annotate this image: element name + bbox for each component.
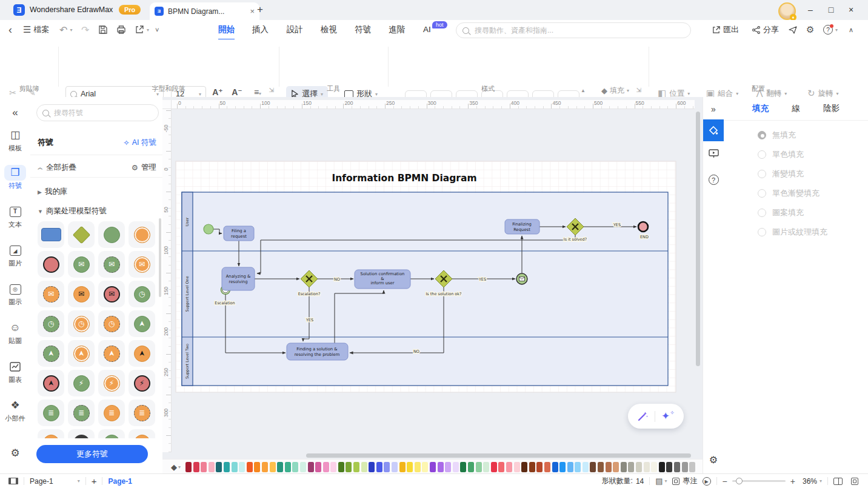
fit-screen-icon[interactable] — [851, 478, 858, 485]
zoom-out-button[interactable]: − — [723, 476, 727, 486]
palette-swatch[interactable] — [666, 462, 672, 472]
message-event[interactable] — [516, 273, 527, 284]
save-button[interactable] — [98, 20, 108, 39]
my-library-section[interactable]: ▶我的庫 — [38, 187, 156, 197]
zoom-knob[interactable] — [736, 478, 743, 484]
diagram-title[interactable]: Information BPMN Diagram — [332, 173, 476, 184]
symbol-thumb-message-noninterrupting[interactable]: ✉ — [38, 281, 64, 307]
palette-swatch[interactable] — [232, 462, 238, 472]
palette-swatch[interactable] — [506, 462, 512, 472]
palette-swatch[interactable] — [216, 462, 222, 472]
panel-settings-button[interactable]: ⚙ — [703, 454, 724, 466]
palette-swatch[interactable] — [468, 462, 474, 472]
symbol-search-input[interactable] — [53, 108, 153, 118]
end-event[interactable] — [638, 222, 648, 232]
symbol-thumb-timer-start[interactable]: ◷ — [129, 281, 155, 307]
option-pattern-fill[interactable]: 圖案填充 — [758, 207, 804, 218]
symbol-thumb-start-event[interactable] — [98, 221, 125, 248]
palette-swatch[interactable] — [491, 462, 497, 472]
maximize-button[interactable]: □ — [825, 5, 837, 15]
ribbon-tab-design[interactable]: 設計 — [287, 20, 303, 39]
palette-swatch[interactable] — [682, 462, 688, 472]
presentation-panel-button[interactable] — [703, 149, 724, 160]
palette-swatch[interactable] — [651, 462, 657, 472]
palette-swatch[interactable] — [330, 462, 336, 472]
lane-support-one[interactable]: Support Level One — [185, 276, 190, 312]
palette-swatch[interactable] — [193, 462, 199, 472]
palette-swatch[interactable] — [369, 462, 375, 472]
palette-swatch[interactable] — [628, 462, 634, 472]
task-filing-request[interactable]: Filing a request — [224, 226, 254, 241]
palette-swatch[interactable] — [285, 462, 291, 472]
layers-icon[interactable]: ▤ — [655, 476, 663, 486]
symbol-thumb-message-start[interactable]: ✉ — [68, 251, 95, 278]
palette-swatch[interactable] — [361, 462, 367, 472]
palette-swatch[interactable] — [270, 462, 276, 472]
search-input[interactable] — [473, 25, 684, 35]
palette-swatch[interactable] — [552, 462, 558, 472]
symbol-thumb-timer-noninterrupting[interactable]: ◷ — [38, 310, 64, 337]
palette-swatch[interactable] — [392, 462, 398, 472]
manage-button[interactable]: ⚙管理 — [132, 162, 156, 173]
horizontal-scrollbar[interactable] — [172, 453, 695, 458]
symbol-thumb-task[interactable] — [38, 221, 64, 248]
more-tools-button[interactable]: ˅ — [155, 20, 159, 39]
export-button[interactable]: 匯出 — [712, 20, 739, 39]
zoom-slider[interactable] — [732, 480, 786, 482]
help-button[interactable]: ? ▾ — [823, 20, 838, 39]
symbol-thumb-escalation-intermediate[interactable]: ➤ — [68, 340, 95, 367]
page-selector[interactable]: Page-1▾ — [30, 477, 80, 486]
page-tab-active[interactable]: Page-1 — [108, 477, 132, 486]
send-button[interactable] — [788, 20, 798, 39]
symbol-thumb-escalation-noninterrupting[interactable]: ➤ — [38, 340, 64, 367]
sidebar-item-templates[interactable]: ◫模板 — [2, 127, 28, 153]
palette-swatch[interactable] — [483, 462, 489, 472]
option-mono-gradient-fill[interactable]: 單色漸變填充 — [758, 188, 820, 199]
palette-swatch[interactable] — [514, 462, 520, 472]
bpmn-pool[interactable]: User Support Level One Support Level Two — [182, 192, 668, 386]
palette-swatch[interactable] — [292, 462, 298, 472]
symbol-thumb-gateway[interactable] — [68, 221, 95, 248]
palette-swatch[interactable] — [613, 462, 619, 472]
symbol-thumb-message-end[interactable]: ✉ — [98, 281, 125, 307]
magic-wand-icon[interactable] — [637, 410, 649, 422]
ai-floating-toolbar[interactable]: ✦✧ — [628, 404, 684, 429]
ai-symbols-link[interactable]: ✧AI 符號 — [123, 138, 156, 148]
lane-user[interactable]: User — [185, 217, 190, 226]
symbol-thumb-message-intermediate[interactable]: ✉ — [129, 251, 155, 278]
sidebar-item-charts[interactable]: 圖表 — [2, 359, 28, 384]
redo-button[interactable]: ↷ — [81, 20, 89, 39]
palette-swatch[interactable] — [430, 462, 436, 472]
fill-panel-button[interactable] — [703, 119, 724, 141]
sidebar-item-symbols[interactable]: ❒符號 — [2, 165, 28, 190]
palette-swatch[interactable] — [689, 462, 695, 472]
palette-swatch[interactable] — [567, 462, 573, 472]
palette-swatch[interactable] — [606, 462, 612, 472]
palette-swatch[interactable] — [438, 462, 444, 472]
palette-swatch[interactable] — [445, 462, 451, 472]
ai-sparkle-button-icon[interactable]: ✦✧ — [661, 410, 675, 423]
palette-swatch[interactable] — [575, 462, 581, 472]
task-finding-solution[interactable]: Finding a solution & resolving the probl… — [287, 343, 348, 360]
collapse-ribbon-button[interactable]: ∧ — [849, 20, 853, 39]
palette-swatch[interactable] — [659, 462, 665, 472]
palette-swatch[interactable] — [536, 462, 542, 472]
fill-button[interactable]: ◆填充▾ — [601, 85, 629, 96]
palette-swatch[interactable] — [300, 462, 306, 472]
symbol-thumb-error-intermediate[interactable]: ⚡ — [98, 370, 125, 396]
palette-swatch[interactable] — [308, 462, 314, 472]
palette-swatch[interactable] — [583, 462, 589, 472]
symbol-thumb-intermediate-event[interactable] — [129, 221, 155, 248]
sidebar-item-text[interactable]: T文本 — [2, 204, 28, 229]
option-gradient-fill[interactable]: 漸變填充 — [758, 169, 804, 179]
tab-close-icon[interactable]: × — [250, 7, 255, 16]
palette-swatch[interactable] — [224, 462, 230, 472]
vertical-scrollbar[interactable] — [696, 109, 700, 452]
symbol-thumb-event-partial-3[interactable] — [98, 429, 125, 438]
palette-swatch[interactable] — [544, 462, 550, 472]
palette-swatch[interactable] — [315, 462, 321, 472]
palette-swatch[interactable] — [674, 462, 680, 472]
symbol-thumb-escalation-start[interactable]: ➤ — [129, 310, 155, 337]
symbol-thumb-event-partial-1[interactable] — [38, 429, 64, 438]
palette-swatch[interactable] — [323, 462, 329, 472]
